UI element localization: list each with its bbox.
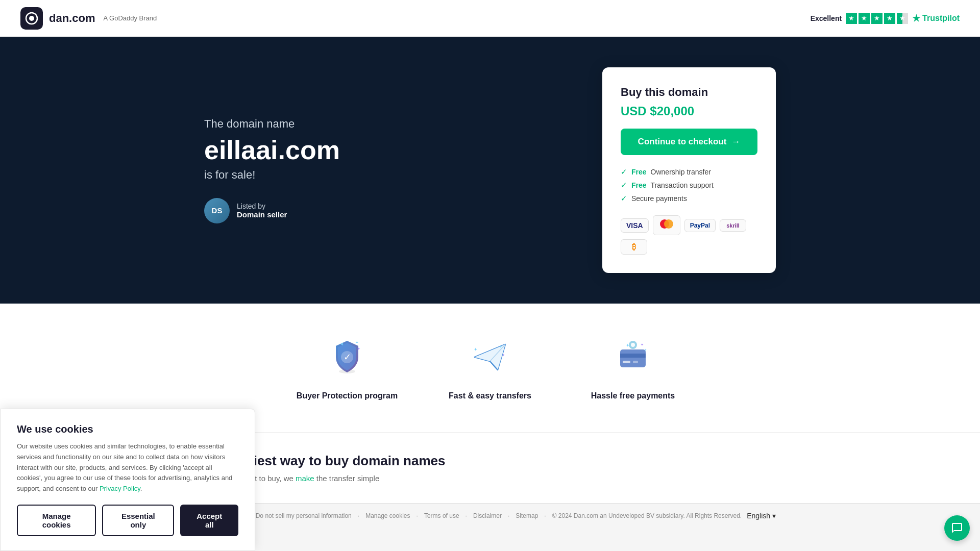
svg-point-3 bbox=[664, 219, 673, 229]
chat-icon bbox=[951, 522, 963, 534]
cookie-title: We use cookies bbox=[17, 423, 238, 435]
feature-payments: ✦ ✦ ✦ Hassle free payments bbox=[582, 334, 684, 402]
essential-only-button[interactable]: Essential only bbox=[102, 505, 174, 536]
star-1: ★ bbox=[846, 13, 857, 24]
svg-rect-18 bbox=[620, 354, 646, 358]
why-title: The easiest way to buy domain names bbox=[204, 453, 776, 469]
svg-text:✦: ✦ bbox=[355, 340, 359, 345]
cookie-text: Our website uses cookies and similar tec… bbox=[17, 441, 238, 494]
seller-avatar: DS bbox=[204, 198, 230, 223]
hero-domain: eillaai.com bbox=[204, 135, 561, 165]
footer-links[interactable]: Privacy policy · Do not sell my personal… bbox=[204, 512, 742, 519]
svg-rect-20 bbox=[633, 361, 638, 363]
svg-text:✦: ✦ bbox=[644, 348, 647, 352]
feature-title-1: Buyer Protection program bbox=[297, 390, 398, 402]
star-4: ★ bbox=[884, 13, 895, 24]
checkout-button[interactable]: Continue to checkout → bbox=[621, 129, 757, 155]
hero-section: The domain name eillaai.com is for sale!… bbox=[0, 37, 980, 304]
feature-title-3: Hassle free payments bbox=[591, 390, 675, 402]
svg-text:✦: ✦ bbox=[499, 345, 502, 348]
trustpilot-area: Excellent ★ ★ ★ ★ ★ ★ Trustpilot bbox=[811, 13, 960, 24]
listed-by-label: Listed by bbox=[237, 202, 287, 210]
bitcoin-icon: ₿ bbox=[621, 239, 647, 255]
seller-text: Listed by Domain seller bbox=[237, 202, 287, 219]
shield-icon: ✓ ✦ ✦ ✦ bbox=[324, 334, 370, 380]
footer-copyright: © 2024 Dan.com an Undeveloped BV subsidi… bbox=[552, 512, 742, 519]
trustpilot-logo: ★ Trustpilot bbox=[912, 13, 960, 24]
benefit-label-3: Secure payments bbox=[631, 194, 687, 203]
benefit-label-1: Ownership transfer bbox=[651, 168, 711, 176]
svg-text:✦: ✦ bbox=[641, 343, 644, 346]
buy-title: Buy this domain bbox=[621, 86, 757, 99]
language-label: English bbox=[747, 512, 770, 520]
star-3: ★ bbox=[871, 13, 883, 24]
chat-button[interactable] bbox=[944, 515, 970, 541]
check-icon-2: ✓ bbox=[621, 181, 627, 190]
benefit-transaction: ✓ Free Transaction support bbox=[621, 181, 757, 190]
check-icon-1: ✓ bbox=[621, 167, 627, 177]
paypal-icon: PayPal bbox=[684, 219, 716, 232]
svg-rect-17 bbox=[620, 349, 646, 367]
godaddy-brand: A GoDaddy Brand bbox=[103, 14, 157, 22]
manage-cookies-button[interactable]: Manage cookies bbox=[17, 505, 96, 536]
payment-icons: VISA PayPal skrill ₿ bbox=[621, 215, 757, 255]
feature-fast-transfers: ✦ ✦ ✦ Fast & easy transfers bbox=[439, 334, 541, 402]
footer-link-sitemap[interactable]: Sitemap bbox=[516, 512, 538, 519]
logo-icon bbox=[20, 7, 43, 30]
star-2: ★ bbox=[859, 13, 870, 24]
svg-text:✦: ✦ bbox=[474, 347, 478, 352]
buy-price: USD $20,000 bbox=[621, 104, 757, 118]
cookie-buttons: Manage cookies Essential only Accept all bbox=[17, 505, 238, 536]
logo-area: dan.com A GoDaddy Brand bbox=[20, 7, 157, 30]
arrow-icon: → bbox=[731, 137, 740, 147]
svg-text:✦: ✦ bbox=[502, 354, 505, 357]
feature-title-2: Fast & easy transfers bbox=[449, 390, 531, 402]
check-icon-3: ✓ bbox=[621, 194, 627, 203]
why-subtitle: When you want to buy, we make the transf… bbox=[204, 474, 776, 483]
hero-subtitle: The domain name bbox=[204, 117, 561, 131]
why-text-highlight: make bbox=[296, 474, 314, 483]
chevron-down-icon: ▾ bbox=[772, 512, 776, 520]
benefit-label-2: Transaction support bbox=[651, 181, 714, 189]
hero-forsale: is for sale! bbox=[204, 168, 561, 182]
svg-point-1 bbox=[29, 16, 34, 21]
svg-text:✦: ✦ bbox=[357, 347, 360, 350]
svg-rect-19 bbox=[623, 361, 630, 363]
accept-all-button[interactable]: Accept all bbox=[180, 505, 238, 536]
seller-info: DS Listed by Domain seller bbox=[204, 198, 561, 223]
header: dan.com A GoDaddy Brand Excellent ★ ★ ★ … bbox=[0, 0, 980, 37]
trustpilot-stars: ★ ★ ★ ★ ★ bbox=[846, 13, 908, 24]
checkout-label: Continue to checkout bbox=[638, 137, 727, 147]
hero-left: The domain name eillaai.com is for sale!… bbox=[204, 117, 561, 223]
svg-text:✦: ✦ bbox=[626, 343, 630, 348]
buy-card: Buy this domain USD $20,000 Continue to … bbox=[602, 67, 776, 273]
footer-link-donotsell[interactable]: Do not sell my personal information bbox=[256, 512, 352, 519]
cookie-banner: We use cookies Our website uses cookies … bbox=[0, 409, 255, 551]
benefit-ownership: ✓ Free Ownership transfer bbox=[621, 167, 757, 177]
footer-link-terms[interactable]: Terms of use bbox=[424, 512, 459, 519]
svg-text:✦: ✦ bbox=[340, 341, 344, 347]
benefits-list: ✓ Free Ownership transfer ✓ Free Transac… bbox=[621, 167, 757, 203]
footer-link-cookies[interactable]: Manage cookies bbox=[365, 512, 410, 519]
feature-buyer-protection: ✓ ✦ ✦ ✦ Buyer Protection program bbox=[296, 334, 398, 402]
skrill-icon: skrill bbox=[720, 219, 746, 232]
payment-icon: ✦ ✦ ✦ bbox=[610, 334, 656, 380]
mastercard-icon bbox=[653, 215, 680, 235]
footer-link-disclaimer[interactable]: Disclaimer bbox=[473, 512, 502, 519]
paper-plane-icon: ✦ ✦ ✦ bbox=[467, 334, 513, 380]
trustpilot-label: Excellent bbox=[811, 14, 842, 22]
star-5-half: ★ bbox=[897, 13, 908, 24]
benefit-secure: ✓ Secure payments bbox=[621, 194, 757, 203]
seller-name: Domain seller bbox=[237, 210, 287, 219]
svg-point-22 bbox=[631, 343, 635, 347]
language-selector[interactable]: English ▾ bbox=[747, 512, 776, 520]
why-text-2: the transfer simple bbox=[314, 474, 380, 483]
privacy-policy-link[interactable]: Privacy Policy bbox=[100, 485, 140, 492]
free-label-1: Free bbox=[631, 168, 647, 176]
free-label-2: Free bbox=[631, 181, 647, 189]
footer-left: Privacy policy · Do not sell my personal… bbox=[204, 512, 742, 519]
logo-text: dan.com bbox=[49, 12, 95, 25]
visa-icon: VISA bbox=[621, 218, 649, 233]
svg-text:✓: ✓ bbox=[344, 352, 351, 362]
